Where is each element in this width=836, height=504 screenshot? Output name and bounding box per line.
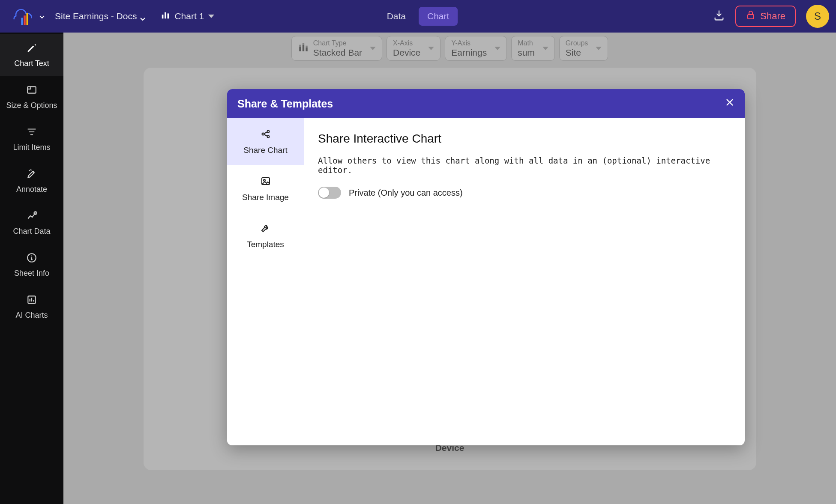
- svg-point-21: [264, 179, 265, 181]
- toggle-knob: [319, 188, 329, 198]
- tab-data[interactable]: Data: [378, 7, 414, 26]
- share-icon: [261, 129, 271, 141]
- sidebar-item-ai-charts[interactable]: AI Charts: [0, 286, 63, 328]
- modal-tab-share-image[interactable]: Share Image: [227, 165, 304, 212]
- sidebar-item-label: AI Charts: [15, 311, 48, 320]
- chevron-down-icon: [39, 14, 45, 19]
- chart-picker-dropdown[interactable]: Chart 1: [161, 11, 214, 22]
- share-templates-modal: Share & Templates Share Chart Share Imag…: [227, 89, 745, 445]
- modal-main-panel: Share Interactive Chart Allow others to …: [304, 118, 745, 445]
- document-title-dropdown[interactable]: Site Earnings - Docs: [55, 11, 145, 21]
- sidebar-item-sheet-info[interactable]: Sheet Info: [0, 244, 63, 286]
- info-icon: [26, 252, 37, 265]
- sidebar-item-limit-items[interactable]: Limit Items: [0, 118, 63, 160]
- svg-rect-6: [748, 15, 754, 19]
- document-title: Site Earnings - Docs: [55, 11, 137, 21]
- dropdown-arrow-icon: [208, 15, 214, 18]
- bar-chart-icon: [161, 11, 170, 22]
- svg-rect-4: [165, 12, 167, 18]
- sidebar-item-label: Chart Data: [13, 227, 50, 236]
- header-actions: Share S: [713, 5, 829, 28]
- modal-tab-templates[interactable]: Templates: [227, 212, 304, 259]
- modal-tab-label: Share Image: [242, 193, 289, 202]
- pencil-icon: [26, 42, 37, 56]
- sidebar-item-chart-text[interactable]: Chart Text: [0, 34, 63, 76]
- close-icon: [725, 98, 734, 109]
- modal-header: Share & Templates: [227, 89, 745, 118]
- download-icon[interactable]: [713, 9, 725, 23]
- avatar-initial: S: [814, 10, 821, 22]
- sidebar-item-label: Limit Items: [13, 143, 50, 152]
- annotate-icon: [26, 168, 37, 182]
- tab-chart[interactable]: Chart: [419, 7, 458, 26]
- avatar[interactable]: S: [806, 5, 829, 28]
- privacy-toggle[interactable]: [318, 187, 341, 199]
- lock-icon: [746, 10, 756, 23]
- chevron-down-icon: [140, 14, 145, 19]
- modal-tab-label: Share Chart: [243, 146, 287, 155]
- top-header: Site Earnings - Docs Chart 1 Data Chart …: [0, 0, 836, 33]
- sidebar-item-label: Annotate: [16, 185, 47, 194]
- svg-rect-5: [168, 13, 169, 18]
- privacy-toggle-label: Private (Only you can access): [349, 188, 463, 198]
- sidebar-item-label: Size & Options: [6, 101, 57, 110]
- modal-tab-label: Templates: [247, 240, 284, 249]
- svg-rect-0: [21, 18, 23, 26]
- modal-panel-heading: Share Interactive Chart: [318, 132, 731, 146]
- view-tabs: Data Chart: [378, 7, 458, 26]
- sidebar-item-annotate[interactable]: Annotate: [0, 160, 63, 202]
- aspect-ratio-icon: [26, 84, 37, 98]
- modal-body: Share Chart Share Image Templates Share …: [227, 118, 745, 445]
- cloud-logo-icon: [13, 4, 37, 28]
- sidebar-item-label: Sheet Info: [14, 269, 49, 278]
- chart-data-icon: [26, 210, 37, 224]
- svg-rect-7: [27, 86, 36, 93]
- modal-panel-description: Allow others to view this chart along wi…: [318, 156, 731, 175]
- app-logo[interactable]: [13, 4, 45, 28]
- left-sidebar: Chart Text Size & Options Limit Items An…: [0, 33, 63, 504]
- share-button[interactable]: Share: [735, 6, 796, 27]
- wrench-icon: [261, 223, 271, 236]
- modal-close-button[interactable]: [725, 98, 734, 110]
- ai-charts-icon: [26, 294, 37, 307]
- filter-icon: [26, 126, 37, 140]
- svg-rect-3: [162, 15, 164, 18]
- modal-title: Share & Templates: [237, 98, 333, 110]
- svg-rect-1: [24, 15, 25, 25]
- privacy-toggle-row: Private (Only you can access): [318, 187, 731, 199]
- image-icon: [261, 176, 271, 188]
- sidebar-item-chart-data[interactable]: Chart Data: [0, 202, 63, 244]
- modal-tab-share-chart[interactable]: Share Chart: [227, 118, 304, 165]
- chart-picker-label: Chart 1: [174, 11, 204, 21]
- modal-sidebar: Share Chart Share Image Templates: [227, 118, 304, 445]
- svg-rect-2: [27, 13, 28, 25]
- sidebar-item-size-options[interactable]: Size & Options: [0, 76, 63, 118]
- share-button-label: Share: [760, 11, 785, 22]
- sidebar-item-label: Chart Text: [14, 59, 49, 68]
